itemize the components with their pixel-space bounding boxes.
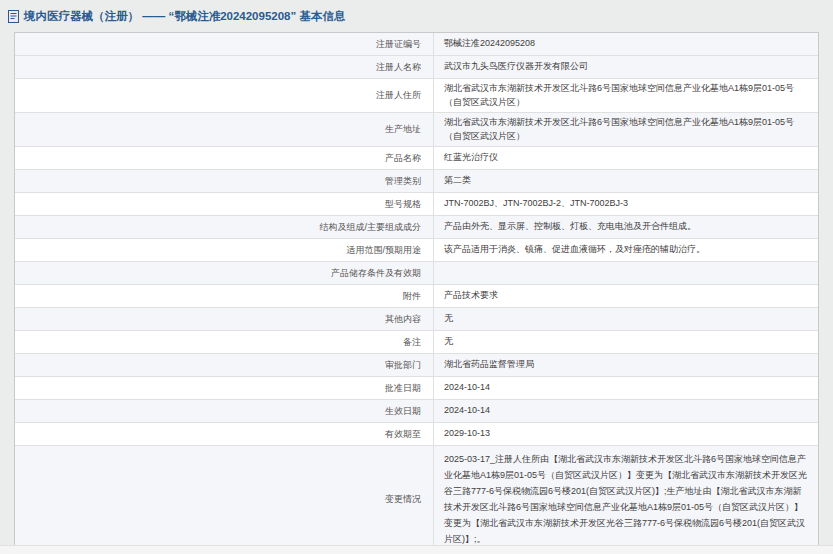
row-value: 武汉市九头鸟医疗仪器开发有限公司 [434, 56, 818, 78]
table-row: 注册证编号 鄂械注准20242095208 [15, 33, 818, 56]
row-label: 审批部门 [385, 359, 421, 372]
row-value: 2025-03-17_注册人住所由【湖北省武汉市东湖新技术开发区北斗路6号国家地… [434, 446, 818, 552]
row-value: 第二类 [434, 170, 818, 192]
row-label: 管理类别 [385, 175, 421, 188]
row-value: 无 [434, 331, 818, 353]
info-table: 注册证编号 鄂械注准20242095208 注册人名称 武汉市九头鸟医疗仪器开发… [14, 32, 819, 554]
table-row: 管理类别 第二类 [15, 170, 818, 193]
table-row: 生产地址 湖北省武汉市东湖新技术开发区北斗路6号国家地球空间信息产业化基地A1栋… [15, 113, 818, 147]
row-label: 备注 [403, 336, 421, 349]
table-row: 结构及组成/主要组成成分 产品由外壳、显示屏、控制板、灯板、充电电池及开合件组成… [15, 216, 818, 239]
row-value: 鄂械注准20242095208 [434, 33, 818, 55]
row-value: 2024-10-14 [434, 400, 818, 422]
row-label: 其他内容 [385, 313, 421, 326]
row-value: 产品由外壳、显示屏、控制板、灯板、充电电池及开合件组成。 [434, 216, 818, 238]
table-row: 产品名称 红蓝光治疗仪 [15, 147, 818, 170]
document-icon [8, 10, 19, 23]
row-label: 型号规格 [385, 198, 421, 211]
row-label: 变更情况 [385, 493, 421, 506]
row-value: 湖北省武汉市东湖新技术开发区北斗路6号国家地球空间信息产业化基地A1栋9层01-… [434, 79, 818, 112]
row-label: 注册证编号 [376, 38, 421, 51]
table-row: 批准日期 2024-10-14 [15, 377, 818, 400]
row-label: 结构及组成/主要组成成分 [319, 221, 421, 234]
row-value: 该产品适用于消炎、镇痛、促进血液循环，及对痤疮的辅助治疗。 [434, 239, 818, 261]
row-value: 湖北省武汉市东湖新技术开发区北斗路6号国家地球空间信息产业化基地A1栋9层01-… [434, 113, 818, 146]
row-label: 适用范围/预期用途 [346, 244, 421, 257]
table-row: 有效期至 2029-10-13 [15, 423, 818, 446]
table-row: 其他内容 无 [15, 308, 818, 331]
row-label: 有效期至 [385, 428, 421, 441]
page-header: 境内医疗器械（注册） —— “鄂械注准20242095208” 基本信息 [0, 0, 833, 31]
row-value: 红蓝光治疗仪 [434, 147, 818, 169]
table-row: 产品储存条件及有效期 [15, 262, 818, 285]
row-value: 湖北省药品监督管理局 [434, 354, 818, 376]
table-row: 备注 无 [15, 331, 818, 354]
row-value: 无 [434, 308, 818, 330]
row-value [434, 262, 818, 284]
row-label: 批准日期 [385, 382, 421, 395]
row-value: 2024-10-14 [434, 377, 818, 399]
footer-bar [0, 545, 833, 554]
row-label: 生效日期 [385, 405, 421, 418]
table-row: 注册人住所 湖北省武汉市东湖新技术开发区北斗路6号国家地球空间信息产业化基地A1… [15, 79, 818, 113]
row-label: 注册人名称 [376, 61, 421, 74]
table-row: 注册人名称 武汉市九头鸟医疗仪器开发有限公司 [15, 56, 818, 79]
row-label: 注册人住所 [376, 89, 421, 102]
row-label: 产品名称 [385, 152, 421, 165]
table-row: 变更情况 2025-03-17_注册人住所由【湖北省武汉市东湖新技术开发区北斗路… [15, 446, 818, 553]
row-value: 2029-10-13 [434, 423, 818, 445]
row-value: 产品技术要求 [434, 285, 818, 307]
table-row: 审批部门 湖北省药品监督管理局 [15, 354, 818, 377]
row-label: 生产地址 [385, 123, 421, 136]
table-row: 生效日期 2024-10-14 [15, 400, 818, 423]
table-row: 型号规格 JTN-7002BJ、JTN-7002BJ-2、JTN-7002BJ-… [15, 193, 818, 216]
row-label: 产品储存条件及有效期 [331, 267, 421, 280]
row-label: 附件 [403, 290, 421, 303]
row-value: JTN-7002BJ、JTN-7002BJ-2、JTN-7002BJ-3 [434, 193, 818, 215]
table-row: 附件 产品技术要求 [15, 285, 818, 308]
table-row: 适用范围/预期用途 该产品适用于消炎、镇痛、促进血液循环，及对痤疮的辅助治疗。 [15, 239, 818, 262]
page-title: 境内医疗器械（注册） —— “鄂械注准20242095208” 基本信息 [24, 9, 345, 24]
